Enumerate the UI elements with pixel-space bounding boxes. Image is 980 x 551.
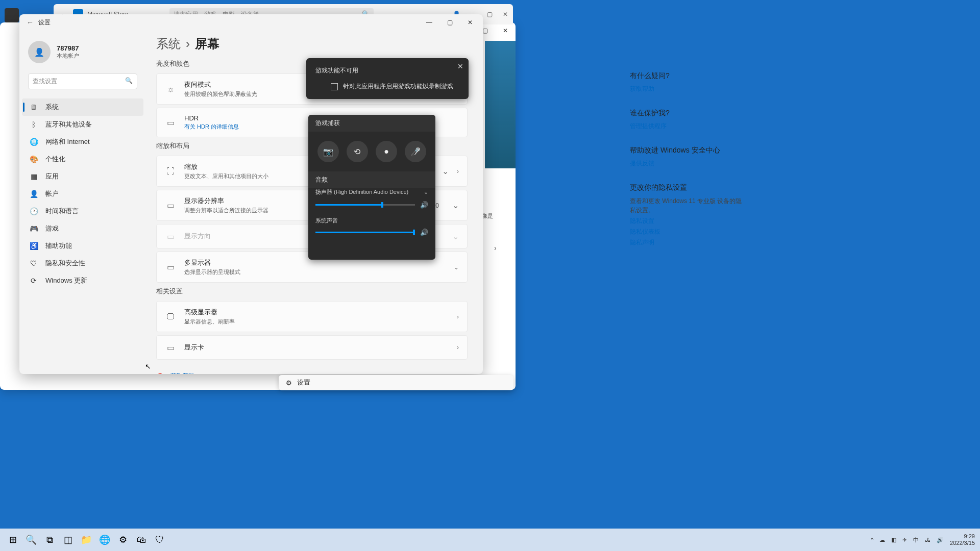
nav-privacy[interactable]: 🛡隐私和安全性 — [22, 255, 143, 272]
privacy-dashboard-link[interactable]: 隐私仪表板 — [630, 228, 742, 236]
store-button[interactable]: 🛍 — [134, 532, 149, 547]
bg-text-fragment: 像是 — [482, 212, 493, 220]
user-type: 本地帐户 — [57, 52, 79, 60]
settings-search-input[interactable]: 查找设置 🔍 — [28, 73, 137, 89]
nav-gaming[interactable]: 🎮游戏 — [22, 220, 143, 237]
graphics-icon: ▭ — [165, 342, 176, 353]
scale-icon: ⛶ — [165, 166, 176, 177]
chevron-right-icon: › — [457, 313, 459, 320]
taskbar-clock[interactable]: 9:29 2022/3/15 — [950, 533, 975, 546]
gamebar-notice: ✕ 游戏功能不可用 针对此应用程序启用游戏功能以录制游戏 — [306, 58, 469, 99]
audio-device-select[interactable]: 扬声器 (High Definition Audio Device) ⌄ — [315, 188, 428, 196]
close-button[interactable]: ✕ — [460, 14, 480, 31]
bluetooth-icon: ᛒ — [29, 120, 38, 129]
settings-titlebar: ← 设置 ― ▢ ✕ — [19, 14, 483, 31]
volume-icon[interactable]: 🔊 — [420, 201, 428, 209]
network-icon[interactable]: 🖧 — [925, 537, 930, 543]
tray-chevron-icon[interactable]: ^ — [871, 537, 873, 543]
record-last-button[interactable]: ⟲ — [347, 141, 368, 162]
time-icon: 🕐 — [29, 207, 38, 216]
volume-icon[interactable]: 🔊 — [420, 229, 428, 236]
system-volume-slider[interactable] — [315, 232, 415, 233]
search-placeholder: 查找设置 — [33, 78, 57, 85]
security-provider-link[interactable]: 管理提供程序 — [630, 122, 742, 131]
search-button[interactable]: 🔍 — [23, 532, 39, 547]
avatar: 👤 — [28, 41, 51, 63]
accounts-icon: 👤 — [29, 189, 38, 198]
accessibility-icon: ♿ — [29, 241, 38, 251]
nav-bluetooth[interactable]: ᛒ蓝牙和其他设备 — [22, 116, 143, 133]
enable-game-label: 针对此应用程序启用游戏功能以录制游戏 — [343, 82, 453, 91]
nav-network[interactable]: 🌐网络和 Internet — [22, 133, 143, 151]
close-icon[interactable]: ✕ — [457, 62, 463, 70]
privacy-icon: 🛡 — [29, 259, 38, 268]
nav-update[interactable]: ⟳Windows 更新 — [22, 272, 143, 289]
card-advanced-display[interactable]: 🖵 高级显示器 显示器信息、刷新率 › — [156, 301, 468, 332]
breadcrumb-current: 屏幕 — [195, 36, 219, 52]
chevron-down-icon: ⌄ — [454, 264, 459, 271]
explorer-button[interactable]: 📁 — [79, 532, 94, 547]
nav-system[interactable]: 🖥系统 — [22, 98, 143, 116]
gaming-icon: 🎮 — [29, 224, 38, 233]
tray-icon[interactable]: ✈ — [902, 537, 907, 543]
device-volume-slider[interactable] — [315, 204, 415, 206]
record-button[interactable]: ● — [376, 141, 397, 162]
settings-button[interactable]: ⚙ — [115, 532, 131, 547]
card-graphics[interactable]: ▭ 显示卡 › — [156, 335, 468, 360]
close-button[interactable]: ✕ — [495, 22, 516, 39]
personalization-icon: 🎨 — [29, 155, 38, 164]
system-icon: 🖥 — [29, 103, 38, 112]
resolution-dropdown[interactable]: ⌄ — [452, 201, 459, 210]
capture-panel: 游戏捕获 📷 ⟲ ● 🎤̸ 音频 扬声器 (High Definition Au… — [308, 115, 435, 260]
nav-apps[interactable]: ▦应用 — [22, 168, 143, 185]
user-block[interactable]: 👤 787987 本地帐户 — [22, 36, 143, 68]
nav-personalization[interactable]: 🎨个性化 — [22, 151, 143, 168]
onedrive-icon[interactable]: ☁ — [879, 537, 885, 543]
nav-accounts[interactable]: 👤帐户 — [22, 185, 143, 203]
taskbar: ⊞ 🔍 ⧉ ◫ 📁 🌐 ⚙ 🛍 🛡 ^ ☁ ◧ ✈ 中 🖧 🔊 9:29 202… — [0, 529, 980, 551]
bg-chevron[interactable]: › — [494, 244, 497, 252]
privacy-settings-link[interactable]: 隐私设置 — [630, 217, 742, 226]
security-help-link[interactable]: 获取帮助 — [630, 85, 742, 93]
update-icon: ⟳ — [29, 276, 38, 285]
security-improve-title: 帮助改进 Windows 安全中心 — [630, 146, 742, 155]
store-maximize[interactable]: ▢ — [487, 11, 493, 18]
chevron-right-icon: › — [457, 344, 459, 351]
start-button[interactable]: ⊞ — [5, 532, 20, 547]
search-result-label: 设置 — [297, 378, 310, 387]
orientation-dropdown: ⌄ — [452, 232, 459, 241]
volume-icon[interactable]: 🔊 — [937, 537, 944, 543]
nav-time[interactable]: 🕐时间和语言 — [22, 203, 143, 220]
settings-back-button[interactable]: ← — [22, 14, 38, 31]
tray-icon[interactable]: ◧ — [891, 537, 896, 543]
nav-accessibility[interactable]: ♿辅助功能 — [22, 237, 143, 255]
mic-toggle-button[interactable]: 🎤̸ — [405, 141, 426, 162]
minimize-button[interactable]: ― — [419, 14, 439, 31]
section-related: 相关设置 — [156, 287, 468, 296]
privacy-statement-link[interactable]: 隐私声明 — [630, 238, 742, 247]
security-button[interactable]: 🛡 — [152, 532, 167, 547]
ime-icon[interactable]: 中 — [913, 536, 919, 544]
widgets-button[interactable]: ◫ — [60, 532, 76, 547]
settings-window-title: 设置 — [38, 18, 51, 27]
edge-button[interactable]: 🌐 — [97, 532, 112, 547]
search-icon: 🔍 — [125, 77, 133, 84]
security-feedback-link[interactable]: 提供反馈 — [630, 159, 742, 168]
network-icon: 🌐 — [29, 137, 38, 146]
maximize-button[interactable]: ▢ — [439, 14, 460, 31]
night-icon: ☼ — [165, 84, 176, 95]
security-privacy-text: 查看和更改 Windows 11 专业版 设备的隐私设置。 — [630, 196, 742, 215]
search-result-popup[interactable]: ⚙ 设置 — [279, 375, 513, 390]
multi-display-icon: ▭ — [165, 262, 176, 273]
taskview-button[interactable]: ⧉ — [42, 532, 57, 547]
breadcrumb-parent[interactable]: 系统 — [156, 36, 181, 52]
store-close[interactable]: ✕ — [503, 11, 508, 18]
chevron-right-icon: › — [457, 168, 459, 175]
enable-game-checkbox[interactable] — [331, 83, 338, 90]
screenshot-button[interactable]: 📷 — [317, 141, 339, 162]
get-help-link[interactable]: ❓获取帮助 — [156, 370, 468, 374]
scale-dropdown[interactable]: ⌄ — [442, 166, 449, 176]
security-hero-image — [485, 41, 516, 168]
gear-icon: ⚙ — [286, 379, 292, 387]
user-name: 787987 — [57, 44, 79, 52]
